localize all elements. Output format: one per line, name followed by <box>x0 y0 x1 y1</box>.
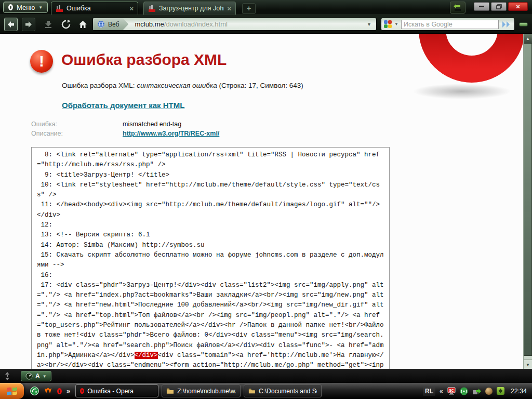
tab-error-page[interactable]: Ошибка × <box>51 2 138 15</box>
cms-favicon-icon <box>148 5 156 12</box>
safely-remove-tray-icon[interactable] <box>472 388 481 395</box>
description-row: Описание: http://www.w3.org/TR/REC-xml/ <box>31 129 219 139</box>
treat-as-html-link[interactable]: Обработать документ как HTML <box>62 101 184 110</box>
svg-text:SC: SC <box>449 389 454 392</box>
wireless-tray-icon[interactable] <box>460 387 468 395</box>
opera-watermark-logo <box>416 33 528 91</box>
opera-menu-button[interactable]: Меню ▼ <box>3 2 48 13</box>
home-icon <box>78 20 87 29</box>
audio-tray-icon[interactable] <box>485 388 493 395</box>
badge-label: Веб <box>108 21 119 28</box>
tab-close-icon[interactable]: × <box>227 5 231 12</box>
restore-button[interactable] <box>491 2 507 11</box>
search-go-icon[interactable] <box>501 21 512 28</box>
xml-source-text: 8: <link rel="alternate" type="applicati… <box>37 150 384 369</box>
taskbar-item-opera[interactable]: Ошибка - Opera <box>75 384 158 397</box>
error-label: Ошибка: <box>31 120 123 129</box>
taskbar-item-explorer-z[interactable]: Z:\home\mclub.me\w... <box>162 384 241 397</box>
clock[interactable]: 22:34 <box>511 388 527 395</box>
tab-label: Загруз-центр для John... <box>159 5 224 12</box>
flame-app-icon[interactable] <box>44 387 52 395</box>
home-button[interactable] <box>77 19 88 30</box>
url-text: mclub.me/download/index.html <box>135 20 228 28</box>
panel-toggle-button[interactable] <box>519 22 528 26</box>
sc-monitor-tray-icon[interactable]: SC <box>447 387 456 395</box>
page-title: Ошибка разбора XML <box>61 51 227 69</box>
w3c-spec-link[interactable]: http://www.w3.org/TR/REC-xml/ <box>123 129 219 139</box>
zoom-label: A <box>35 373 40 380</box>
reload-icon <box>61 20 71 29</box>
address-dropdown-icon[interactable]: ▼ <box>367 22 371 27</box>
opera-icon <box>80 388 84 394</box>
dialer-app-icon[interactable] <box>30 387 39 395</box>
chevron-down-icon: ▼ <box>38 5 43 10</box>
scrollbar-up-button[interactable]: ▲ <box>524 34 532 43</box>
taskbar: » Ошибка - Opera Z:\home\mclub.me\w... C… <box>0 383 532 399</box>
save-button[interactable] <box>43 19 54 30</box>
error-details: Ошибка: mismatched end-tag Описание: htt… <box>31 120 219 138</box>
new-tab-button[interactable]: + <box>242 3 256 14</box>
closed-tabs-button[interactable] <box>450 2 466 14</box>
windows-logo-icon <box>6 385 18 397</box>
language-indicator[interactable]: RL <box>423 387 435 396</box>
search-input[interactable] <box>401 20 499 29</box>
error-row: Ошибка: mismatched end-tag <box>31 120 219 129</box>
undo-arrow-icon <box>453 4 462 12</box>
back-arrow-icon <box>7 21 15 28</box>
titlebar: Меню ▼ Ошибка × Загруз-центр для John...… <box>0 0 532 15</box>
window-controls: × <box>474 2 528 11</box>
folder-icon <box>166 388 174 394</box>
error-highlight: </div> <box>135 352 158 359</box>
scrollbar-down-button[interactable]: ▼ <box>524 360 532 369</box>
task-label: Z:\home\mclub.me\w... <box>177 388 236 395</box>
tray-collapse-icon[interactable]: « <box>440 388 443 395</box>
error-alert-icon: ! <box>30 50 53 73</box>
antivirus-tray-icon[interactable] <box>497 387 504 395</box>
opera-turbo-button[interactable]: A ▼ <box>21 371 51 381</box>
download-icon <box>44 20 52 28</box>
search-engine-dropdown-icon[interactable]: ▼ <box>394 22 398 26</box>
browser-viewport: ! Ошибка разбора XML Ошибка разбора XML:… <box>0 33 532 369</box>
chevron-down-icon: ▼ <box>43 374 47 379</box>
description-label: Описание: <box>31 129 123 139</box>
restore-icon <box>496 4 502 9</box>
close-button[interactable]: × <box>508 2 528 11</box>
task-label: C:\Documents and Set... <box>259 388 317 395</box>
tab-close-icon[interactable]: × <box>129 5 134 12</box>
folder-icon <box>248 388 256 394</box>
menu-button-label: Меню <box>17 4 35 11</box>
address-security-badge[interactable]: Веб <box>93 18 128 30</box>
gauge-icon <box>25 373 33 380</box>
start-button[interactable] <box>0 383 24 399</box>
cms-favicon-icon <box>56 5 63 12</box>
google-logo-icon <box>384 20 392 28</box>
globe-icon <box>97 20 105 28</box>
url-host: mclub.me <box>135 20 164 28</box>
panels-toggle-icon[interactable] <box>4 372 10 380</box>
tab-download-center[interactable]: Загруз-центр для John... × <box>143 2 236 15</box>
xml-source-view: 8: <link rel="alternate" type="applicati… <box>31 147 390 369</box>
url-path: /download/index.html <box>164 20 228 28</box>
opera-app-icon[interactable] <box>57 388 62 394</box>
error-value: mismatched end-tag <box>123 120 181 129</box>
close-icon: × <box>516 3 520 10</box>
tab-label: Ошибка <box>66 5 126 12</box>
minimize-button[interactable] <box>474 2 489 11</box>
quick-launch-overflow-icon[interactable]: » <box>66 387 70 395</box>
opera-logo-icon <box>8 4 13 10</box>
quick-launch-bar: » <box>24 387 75 395</box>
address-bar[interactable]: Веб mclub.me/download/index.html ▼ <box>92 18 377 31</box>
vertical-scrollbar[interactable]: ▲ ▼ <box>523 34 532 369</box>
reload-button[interactable] <box>60 19 72 30</box>
task-label: Ошибка - Opera <box>87 388 134 395</box>
system-tray: RL « SC 22:34 <box>423 387 532 396</box>
scrollbar-thumb[interactable] <box>524 43 532 356</box>
browser-status-bar: A ▼ <box>0 369 532 383</box>
taskbar-item-explorer-c[interactable]: C:\Documents and Set... <box>244 384 322 397</box>
forward-button[interactable] <box>22 18 35 31</box>
error-summary: Ошибка разбора XML: синтаксическая ошибк… <box>62 82 303 89</box>
navigation-bar: Веб mclub.me/download/index.html ▼ ▼ <box>0 15 532 33</box>
back-button[interactable] <box>4 18 18 31</box>
search-bar[interactable]: ▼ <box>381 18 515 31</box>
forward-arrow-icon <box>24 21 33 28</box>
